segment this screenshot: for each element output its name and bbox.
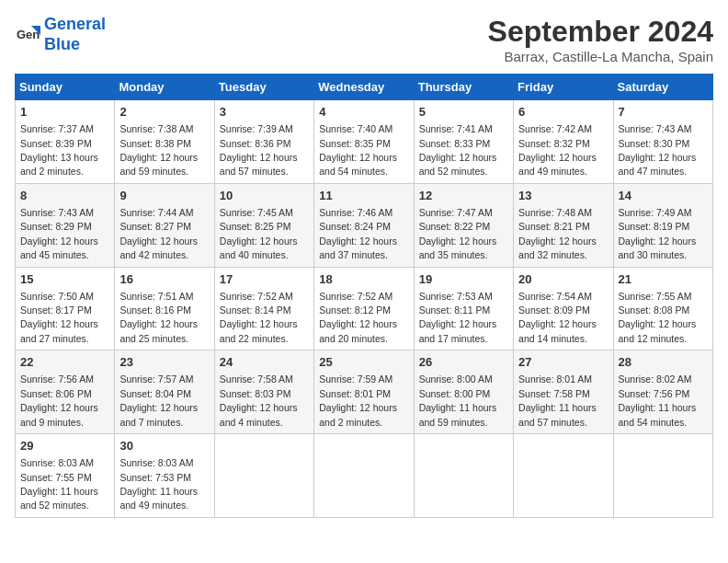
calendar-week-3: 15Sunrise: 7:50 AMSunset: 8:17 PMDayligh… [16,267,713,350]
calendar-cell [514,434,613,518]
calendar-cell [613,434,712,518]
calendar-cell: 17Sunrise: 7:52 AMSunset: 8:14 PMDayligh… [214,267,313,350]
calendar-cell: 1Sunrise: 7:37 AMSunset: 8:39 PMDaylight… [16,100,115,184]
calendar-week-5: 29Sunrise: 8:03 AMSunset: 7:55 PMDayligh… [16,434,713,518]
day-info: Sunrise: 7:43 AMSunset: 8:29 PMDaylight:… [20,207,98,260]
day-number: 30 [119,438,209,454]
calendar-cell: 22Sunrise: 7:56 AMSunset: 8:06 PMDayligh… [16,350,115,434]
month-title: September 2024 [488,15,713,49]
calendar-cell: 19Sunrise: 7:53 AMSunset: 8:11 PMDayligh… [414,267,513,350]
day-info: Sunrise: 7:47 AMSunset: 8:22 PMDaylight:… [419,207,497,260]
day-info: Sunrise: 7:41 AMSunset: 8:33 PMDaylight:… [419,123,497,177]
day-number: 29 [20,438,109,454]
calendar-cell: 27Sunrise: 8:01 AMSunset: 7:58 PMDayligh… [514,350,613,434]
day-info: Sunrise: 7:57 AMSunset: 8:04 PMDaylight:… [119,373,198,427]
day-info: Sunrise: 7:43 AMSunset: 8:30 PMDaylight:… [619,123,697,177]
calendar-cell: 30Sunrise: 8:03 AMSunset: 7:53 PMDayligh… [115,434,214,518]
day-number: 24 [220,354,309,371]
calendar-cell: 20Sunrise: 7:54 AMSunset: 8:09 PMDayligh… [514,267,613,350]
day-number: 10 [220,188,309,204]
day-info: Sunrise: 8:03 AMSunset: 7:55 PMDaylight:… [20,457,98,511]
calendar-cell: 25Sunrise: 7:59 AMSunset: 8:01 PMDayligh… [314,350,414,434]
calendar-cell: 26Sunrise: 8:00 AMSunset: 8:00 PMDayligh… [414,350,513,434]
day-number: 12 [419,188,508,204]
calendar-week-4: 22Sunrise: 7:56 AMSunset: 8:06 PMDayligh… [16,350,713,434]
header-saturday: Saturday [613,75,712,100]
day-number: 16 [119,271,209,288]
location: Barrax, Castille-La Mancha, Spain [488,49,713,64]
day-info: Sunrise: 7:56 AMSunset: 8:06 PMDaylight:… [20,373,98,427]
day-number: 18 [319,271,408,288]
day-info: Sunrise: 7:38 AMSunset: 8:38 PMDaylight:… [119,123,198,177]
header-wednesday: Wednesday [314,75,414,100]
day-info: Sunrise: 7:39 AMSunset: 8:36 PMDaylight:… [220,123,298,177]
logo: General GeneralBlue [15,15,106,54]
header-friday: Friday [514,75,613,100]
calendar-cell: 5Sunrise: 7:41 AMSunset: 8:33 PMDaylight… [414,100,513,184]
day-info: Sunrise: 7:37 AMSunset: 8:39 PMDaylight:… [20,123,98,177]
day-info: Sunrise: 8:00 AMSunset: 8:00 PMDaylight:… [419,373,497,427]
calendar-week-1: 1Sunrise: 7:37 AMSunset: 8:39 PMDaylight… [16,100,713,184]
calendar-cell: 24Sunrise: 7:58 AMSunset: 8:03 PMDayligh… [214,350,313,434]
calendar-cell: 15Sunrise: 7:50 AMSunset: 8:17 PMDayligh… [16,267,115,350]
day-info: Sunrise: 7:52 AMSunset: 8:14 PMDaylight:… [220,291,298,344]
day-info: Sunrise: 7:49 AMSunset: 8:19 PMDaylight:… [619,207,697,260]
day-number: 2 [119,104,209,121]
day-number: 9 [119,188,209,204]
calendar-cell: 7Sunrise: 7:43 AMSunset: 8:30 PMDaylight… [613,100,712,184]
day-info: Sunrise: 8:03 AMSunset: 7:53 PMDaylight:… [119,457,198,511]
day-info: Sunrise: 7:55 AMSunset: 8:08 PMDaylight:… [619,291,697,344]
day-number: 21 [619,271,708,288]
calendar-cell: 8Sunrise: 7:43 AMSunset: 8:29 PMDaylight… [16,183,115,267]
calendar-cell: 18Sunrise: 7:52 AMSunset: 8:12 PMDayligh… [314,267,414,350]
header-monday: Monday [115,75,214,100]
day-info: Sunrise: 7:54 AMSunset: 8:09 PMDaylight:… [518,291,597,344]
day-number: 14 [619,188,708,204]
calendar-cell: 21Sunrise: 7:55 AMSunset: 8:08 PMDayligh… [613,267,712,350]
day-number: 15 [20,271,109,288]
page-header: General GeneralBlue September 2024 Barra… [15,15,713,64]
calendar-cell: 14Sunrise: 7:49 AMSunset: 8:19 PMDayligh… [613,183,712,267]
calendar-table: SundayMondayTuesdayWednesdayThursdayFrid… [15,74,713,518]
day-number: 7 [619,104,708,121]
header-sunday: Sunday [16,75,115,100]
day-number: 4 [319,104,408,121]
day-info: Sunrise: 7:48 AMSunset: 8:21 PMDaylight:… [518,207,597,260]
day-number: 26 [419,354,508,371]
calendar-cell [414,434,513,518]
day-info: Sunrise: 8:02 AMSunset: 7:56 PMDaylight:… [619,373,697,427]
calendar-cell: 23Sunrise: 7:57 AMSunset: 8:04 PMDayligh… [115,350,214,434]
day-number: 11 [319,188,408,204]
calendar-cell: 16Sunrise: 7:51 AMSunset: 8:16 PMDayligh… [115,267,214,350]
calendar-cell: 12Sunrise: 7:47 AMSunset: 8:22 PMDayligh… [414,183,513,267]
calendar-cell: 29Sunrise: 8:03 AMSunset: 7:55 PMDayligh… [16,434,115,518]
calendar-cell: 2Sunrise: 7:38 AMSunset: 8:38 PMDaylight… [115,100,214,184]
day-number: 17 [220,271,309,288]
calendar-cell: 3Sunrise: 7:39 AMSunset: 8:36 PMDaylight… [214,100,313,184]
calendar-cell: 4Sunrise: 7:40 AMSunset: 8:35 PMDaylight… [314,100,414,184]
header-thursday: Thursday [414,75,513,100]
title-area: September 2024 Barrax, Castille-La Manch… [488,15,713,64]
day-info: Sunrise: 7:53 AMSunset: 8:11 PMDaylight:… [419,291,497,344]
day-number: 19 [419,271,508,288]
day-info: Sunrise: 7:51 AMSunset: 8:16 PMDaylight:… [119,291,198,344]
day-number: 6 [518,104,608,121]
day-info: Sunrise: 8:01 AMSunset: 7:58 PMDaylight:… [518,373,597,427]
calendar-cell [314,434,414,518]
day-info: Sunrise: 7:52 AMSunset: 8:12 PMDaylight:… [319,291,397,344]
calendar-cell: 13Sunrise: 7:48 AMSunset: 8:21 PMDayligh… [514,183,613,267]
calendar-cell [214,434,313,518]
day-number: 25 [319,354,408,371]
calendar-cell: 6Sunrise: 7:42 AMSunset: 8:32 PMDaylight… [514,100,613,184]
calendar-cell: 28Sunrise: 8:02 AMSunset: 7:56 PMDayligh… [613,350,712,434]
day-number: 8 [20,188,109,204]
calendar-header-row: SundayMondayTuesdayWednesdayThursdayFrid… [16,75,713,100]
day-info: Sunrise: 7:44 AMSunset: 8:27 PMDaylight:… [119,207,198,260]
header-tuesday: Tuesday [214,75,313,100]
day-number: 22 [20,354,109,371]
day-number: 3 [220,104,309,121]
day-number: 28 [619,354,708,371]
day-info: Sunrise: 7:45 AMSunset: 8:25 PMDaylight:… [220,207,298,260]
day-info: Sunrise: 7:40 AMSunset: 8:35 PMDaylight:… [319,123,397,177]
day-number: 1 [20,104,109,121]
